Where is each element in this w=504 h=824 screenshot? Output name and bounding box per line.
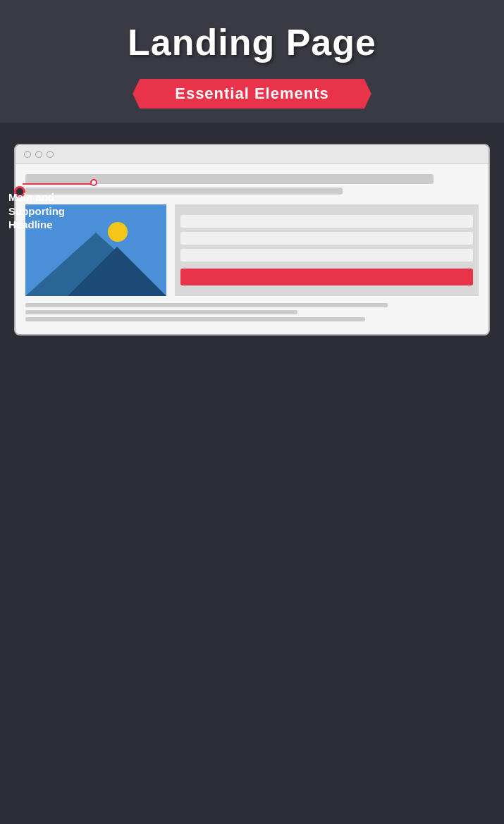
headline-bar-2 [25, 187, 343, 195]
subtitle-banner: Essential Elements [133, 79, 371, 109]
benefit-bar-1 [25, 303, 388, 307]
benefits-section-mock [25, 303, 479, 321]
form-field-2 [180, 232, 473, 245]
page-title: Landing Page [14, 21, 490, 63]
form-field-3 [180, 249, 473, 262]
mountain-svg [25, 204, 166, 296]
form-field-1 [180, 215, 473, 228]
main-content: Main and Supporting Headline [0, 123, 504, 202]
subtitle-text: Essential Elements [175, 85, 329, 102]
hero-image-mock [25, 204, 166, 296]
browser-bar [16, 145, 488, 164]
browser-circle-2 [35, 151, 42, 158]
browser-circle-1 [24, 151, 31, 158]
browser-circle-3 [47, 151, 54, 158]
benefit-bar-2 [25, 310, 297, 314]
headline-bar-1 [25, 174, 434, 184]
benefit-bar-3 [25, 317, 365, 321]
form-submit-button-mock [180, 269, 473, 285]
header-section: Landing Page Essential Elements [0, 0, 504, 123]
lead-capture-form-mock [175, 204, 479, 296]
